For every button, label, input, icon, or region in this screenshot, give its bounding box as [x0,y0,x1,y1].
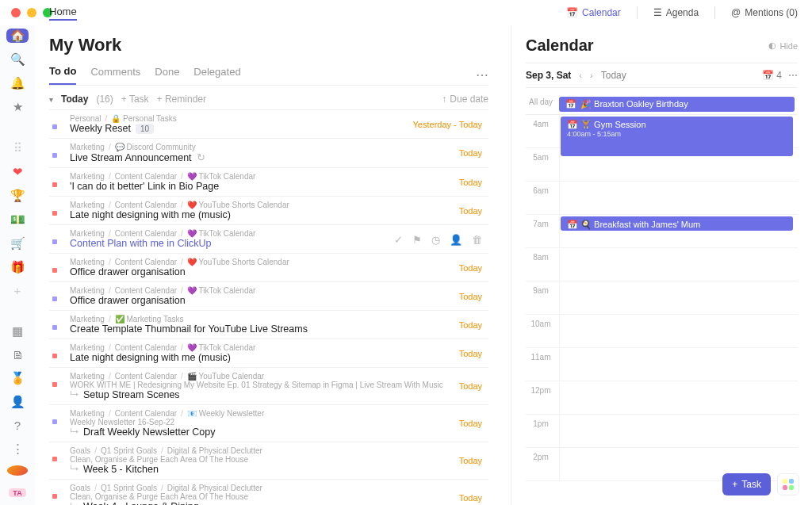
status-dot[interactable] [52,153,57,158]
collapse-icon[interactable]: ▾ [49,95,53,104]
status-dot[interactable] [52,296,57,301]
hour-slot[interactable] [559,248,798,281]
status-dot[interactable] [52,268,57,273]
calendar-more-icon[interactable]: ⋯ [788,70,798,81]
task-row[interactable]: Marketing/Content Calendar/💜 TikTok Cale… [49,281,488,310]
quick-apps-button[interactable] [777,473,799,495]
flag-icon[interactable]: ⚑ [412,233,422,245]
allday-event[interactable]: 📅 🎉 Braxton Oakley Birthday [559,97,795,112]
task-due-date[interactable]: Today [459,320,482,330]
status-dot[interactable] [52,239,57,244]
task-due-date[interactable]: Today [459,206,482,216]
home-icon[interactable]: 🏠 [6,29,29,43]
trophy-icon[interactable]: 🏆 [6,189,29,203]
tab-done[interactable]: Done [155,66,179,84]
add-reminder-link[interactable]: + Reminder [157,94,206,105]
task-row[interactable]: Goals/Q1 Sprint Goals/Digital & Physical… [49,442,488,479]
notifications-icon[interactable]: 🔔 [6,76,29,90]
hour-row[interactable]: 10am [526,315,798,348]
next-day-icon[interactable]: › [590,71,593,80]
hour-row[interactable]: 1pm [526,415,798,448]
hour-slot[interactable] [559,182,798,214]
tab-todo[interactable]: To do [49,65,76,85]
goals-icon[interactable]: 🏅 [6,371,29,385]
status-dot[interactable] [52,494,57,499]
hour-row[interactable]: 8am [526,248,798,281]
health-icon[interactable]: ❤ [6,165,29,179]
delete-icon[interactable]: 🗑 [472,233,482,245]
user-avatar[interactable] [7,465,28,476]
status-dot[interactable] [52,419,57,424]
today-link[interactable]: Today [601,70,626,81]
hour-row[interactable]: 6am [526,182,798,215]
hour-slot[interactable] [559,315,798,347]
breadcrumb[interactable]: Home [49,6,77,21]
status-dot[interactable] [52,457,57,461]
hour-slot[interactable] [559,415,798,447]
task-due-date[interactable]: Yesterday - Today [413,120,482,129]
hour-row[interactable]: 12pm [526,381,798,415]
gift-icon[interactable]: 🎁 [6,260,29,274]
mentions-button[interactable]: @ Mentions (0) [731,7,798,18]
tab-delegated[interactable]: Delegated [193,66,240,84]
task-row[interactable]: Marketing/Content Calendar/📧 Weekly News… [49,404,488,442]
drag-handle-icon[interactable]: ⠿ [6,141,29,155]
task-due-date[interactable]: Today [459,493,482,503]
task-row[interactable]: Marketing/Content Calendar/🎬 YouTube Cal… [49,367,488,404]
due-date-sort[interactable]: ↑ Due date [442,94,488,105]
task-row[interactable]: Marketing/Content Calendar/💜 TikTok Cale… [49,224,488,253]
status-dot[interactable] [52,182,57,187]
task-due-date[interactable]: Today [459,292,482,301]
task-row[interactable]: Marketing/💬 Discord CommunityLive Stream… [49,138,488,167]
task-row[interactable]: Marketing/Content Calendar/💜 TikTok Cale… [49,167,488,196]
hour-slot[interactable] [559,381,798,414]
tabs-more-icon[interactable]: ⋯ [476,67,488,82]
hour-row[interactable]: 9am [526,281,798,315]
add-task-link[interactable]: + Task [121,94,149,105]
hour-slot[interactable] [559,348,798,381]
task-due-date[interactable]: Today [459,456,482,465]
hour-row[interactable]: 11am [526,348,798,381]
close-window-button[interactable] [11,8,21,17]
apps-icon[interactable]: ▦ [6,324,29,339]
task-due-date[interactable]: Today [459,263,482,273]
tab-comments[interactable]: Comments [90,66,140,84]
status-dot[interactable] [52,354,57,358]
money-icon[interactable]: 💵 [6,212,29,227]
calendar-event[interactable]: 📅 🍳 Breakfast with James' Mum [561,216,793,231]
agenda-tab[interactable]: ☰ Agenda [653,7,699,18]
status-dot[interactable] [52,325,57,330]
search-icon[interactable]: 🔍 [6,52,29,67]
workspace-avatar[interactable]: TA [9,488,26,497]
task-row[interactable]: Personal/🔒 Personal TasksWeekly Reset10Y… [49,109,488,138]
hide-calendar-button[interactable]: ◐ Hide [768,40,798,51]
task-due-date[interactable]: Today [459,381,482,391]
add-space-icon[interactable]: + [6,284,29,297]
help-icon[interactable]: ? [6,419,29,432]
task-row[interactable]: Marketing/Content Calendar/❤️ YouTube Sh… [49,196,488,224]
time-icon[interactable]: ◷ [431,233,440,245]
cart-icon[interactable]: 🛒 [6,236,29,251]
more-icon[interactable]: ⋮ [6,442,29,456]
task-row[interactable]: Marketing/✅ Marketing TasksCreate Templa… [49,310,488,339]
status-dot[interactable] [52,382,57,387]
task-due-date[interactable]: Today [459,148,482,158]
assignee-icon[interactable]: 👤 [450,233,462,245]
status-dot[interactable] [52,211,57,216]
docs-icon[interactable]: 🗎 [6,348,29,362]
task-due-date[interactable]: Today [459,419,482,428]
calendar-event[interactable]: 📅 🏋 Gym Session4:00am - 5:15am [561,117,793,156]
task-row[interactable]: Goals/Q1 Sprint Goals/Digital & Physical… [49,479,488,505]
task-row[interactable]: Marketing/Content Calendar/❤️ YouTube Sh… [49,253,488,281]
invite-icon[interactable]: 👤 [6,395,29,409]
hour-slot[interactable] [559,281,798,314]
status-dot[interactable] [52,124,57,129]
task-due-date[interactable]: Today [459,349,482,358]
favorites-icon[interactable]: ★ [6,100,29,114]
task-due-date[interactable]: Today [459,178,482,187]
new-task-button[interactable]: + Task [722,473,771,495]
calendar-tab[interactable]: 📅 Calendar [566,7,621,18]
task-row[interactable]: Marketing/Content Calendar/💜 TikTok Cale… [49,339,488,367]
prev-day-icon[interactable]: ‹ [579,71,582,80]
complete-icon[interactable]: ✓ [394,233,403,245]
